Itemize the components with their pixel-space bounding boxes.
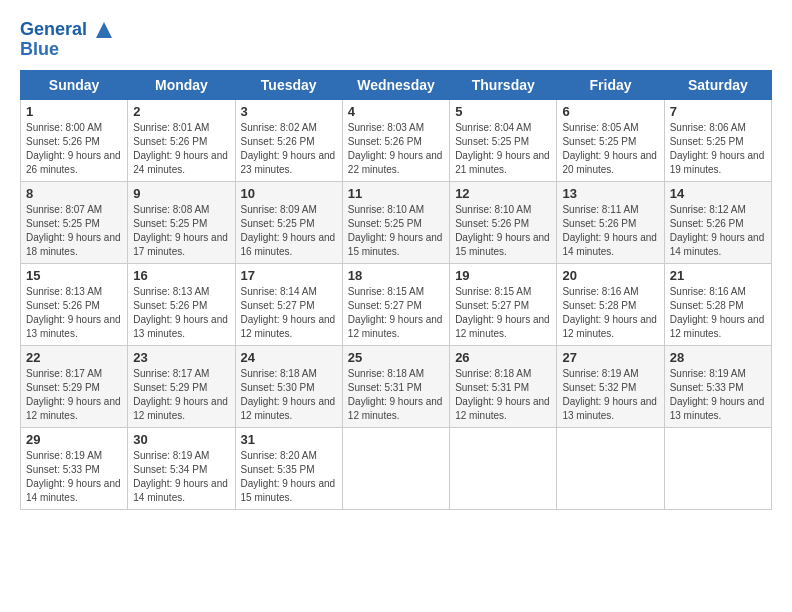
day-info: Sunrise: 8:07 AM Sunset: 5:25 PM Dayligh… [26, 203, 122, 259]
calendar-week-row: 29 Sunrise: 8:19 AM Sunset: 5:33 PM Dayl… [21, 428, 772, 510]
day-info: Sunrise: 8:01 AM Sunset: 5:26 PM Dayligh… [133, 121, 229, 177]
day-number: 6 [562, 104, 658, 119]
day-number: 31 [241, 432, 337, 447]
day-info: Sunrise: 8:17 AM Sunset: 5:29 PM Dayligh… [133, 367, 229, 423]
calendar-week-row: 15 Sunrise: 8:13 AM Sunset: 5:26 PM Dayl… [21, 264, 772, 346]
day-number: 13 [562, 186, 658, 201]
calendar-table: Sunday Monday Tuesday Wednesday Thursday… [20, 70, 772, 510]
day-info: Sunrise: 8:06 AM Sunset: 5:25 PM Dayligh… [670, 121, 766, 177]
calendar-cell: 2 Sunrise: 8:01 AM Sunset: 5:26 PM Dayli… [128, 100, 235, 182]
day-number: 26 [455, 350, 551, 365]
day-number: 24 [241, 350, 337, 365]
day-info: Sunrise: 8:08 AM Sunset: 5:25 PM Dayligh… [133, 203, 229, 259]
calendar-week-row: 8 Sunrise: 8:07 AM Sunset: 5:25 PM Dayli… [21, 182, 772, 264]
day-number: 17 [241, 268, 337, 283]
calendar-cell: 29 Sunrise: 8:19 AM Sunset: 5:33 PM Dayl… [21, 428, 128, 510]
calendar-cell: 25 Sunrise: 8:18 AM Sunset: 5:31 PM Dayl… [342, 346, 449, 428]
day-info: Sunrise: 8:11 AM Sunset: 5:26 PM Dayligh… [562, 203, 658, 259]
calendar-cell: 5 Sunrise: 8:04 AM Sunset: 5:25 PM Dayli… [450, 100, 557, 182]
day-number: 12 [455, 186, 551, 201]
calendar-cell: 18 Sunrise: 8:15 AM Sunset: 5:27 PM Dayl… [342, 264, 449, 346]
calendar-cell: 16 Sunrise: 8:13 AM Sunset: 5:26 PM Dayl… [128, 264, 235, 346]
calendar-cell: 22 Sunrise: 8:17 AM Sunset: 5:29 PM Dayl… [21, 346, 128, 428]
day-number: 14 [670, 186, 766, 201]
day-number: 28 [670, 350, 766, 365]
day-info: Sunrise: 8:18 AM Sunset: 5:30 PM Dayligh… [241, 367, 337, 423]
day-number: 27 [562, 350, 658, 365]
day-number: 7 [670, 104, 766, 119]
header-sunday: Sunday [21, 71, 128, 100]
day-info: Sunrise: 8:17 AM Sunset: 5:29 PM Dayligh… [26, 367, 122, 423]
calendar-cell: 7 Sunrise: 8:06 AM Sunset: 5:25 PM Dayli… [664, 100, 771, 182]
calendar-cell: 9 Sunrise: 8:08 AM Sunset: 5:25 PM Dayli… [128, 182, 235, 264]
day-number: 2 [133, 104, 229, 119]
day-info: Sunrise: 8:19 AM Sunset: 5:34 PM Dayligh… [133, 449, 229, 505]
day-info: Sunrise: 8:02 AM Sunset: 5:26 PM Dayligh… [241, 121, 337, 177]
day-info: Sunrise: 8:18 AM Sunset: 5:31 PM Dayligh… [455, 367, 551, 423]
day-info: Sunrise: 8:20 AM Sunset: 5:35 PM Dayligh… [241, 449, 337, 505]
logo: General Blue [20, 20, 114, 60]
calendar-cell [450, 428, 557, 510]
logo-text: General Blue [20, 20, 114, 60]
day-info: Sunrise: 8:15 AM Sunset: 5:27 PM Dayligh… [455, 285, 551, 341]
day-number: 1 [26, 104, 122, 119]
calendar-cell: 23 Sunrise: 8:17 AM Sunset: 5:29 PM Dayl… [128, 346, 235, 428]
calendar-cell [342, 428, 449, 510]
day-info: Sunrise: 8:19 AM Sunset: 5:33 PM Dayligh… [670, 367, 766, 423]
calendar-cell [557, 428, 664, 510]
calendar-cell: 15 Sunrise: 8:13 AM Sunset: 5:26 PM Dayl… [21, 264, 128, 346]
day-number: 20 [562, 268, 658, 283]
day-info: Sunrise: 8:13 AM Sunset: 5:26 PM Dayligh… [133, 285, 229, 341]
calendar-cell: 26 Sunrise: 8:18 AM Sunset: 5:31 PM Dayl… [450, 346, 557, 428]
calendar-cell: 31 Sunrise: 8:20 AM Sunset: 5:35 PM Dayl… [235, 428, 342, 510]
day-info: Sunrise: 8:13 AM Sunset: 5:26 PM Dayligh… [26, 285, 122, 341]
day-number: 11 [348, 186, 444, 201]
calendar-cell: 20 Sunrise: 8:16 AM Sunset: 5:28 PM Dayl… [557, 264, 664, 346]
weekday-header-row: Sunday Monday Tuesday Wednesday Thursday… [21, 71, 772, 100]
calendar-cell: 4 Sunrise: 8:03 AM Sunset: 5:26 PM Dayli… [342, 100, 449, 182]
day-number: 21 [670, 268, 766, 283]
day-info: Sunrise: 8:18 AM Sunset: 5:31 PM Dayligh… [348, 367, 444, 423]
day-info: Sunrise: 8:10 AM Sunset: 5:26 PM Dayligh… [455, 203, 551, 259]
day-info: Sunrise: 8:09 AM Sunset: 5:25 PM Dayligh… [241, 203, 337, 259]
page-header: General Blue [20, 20, 772, 60]
calendar-cell: 8 Sunrise: 8:07 AM Sunset: 5:25 PM Dayli… [21, 182, 128, 264]
calendar-cell: 3 Sunrise: 8:02 AM Sunset: 5:26 PM Dayli… [235, 100, 342, 182]
day-info: Sunrise: 8:03 AM Sunset: 5:26 PM Dayligh… [348, 121, 444, 177]
calendar-cell: 19 Sunrise: 8:15 AM Sunset: 5:27 PM Dayl… [450, 264, 557, 346]
day-number: 3 [241, 104, 337, 119]
day-number: 30 [133, 432, 229, 447]
day-number: 25 [348, 350, 444, 365]
day-number: 4 [348, 104, 444, 119]
svg-marker-0 [96, 22, 112, 38]
day-info: Sunrise: 8:16 AM Sunset: 5:28 PM Dayligh… [670, 285, 766, 341]
day-number: 10 [241, 186, 337, 201]
day-info: Sunrise: 8:19 AM Sunset: 5:32 PM Dayligh… [562, 367, 658, 423]
calendar-week-row: 22 Sunrise: 8:17 AM Sunset: 5:29 PM Dayl… [21, 346, 772, 428]
header-tuesday: Tuesday [235, 71, 342, 100]
day-number: 22 [26, 350, 122, 365]
calendar-cell: 1 Sunrise: 8:00 AM Sunset: 5:26 PM Dayli… [21, 100, 128, 182]
calendar-cell [664, 428, 771, 510]
calendar-cell: 28 Sunrise: 8:19 AM Sunset: 5:33 PM Dayl… [664, 346, 771, 428]
calendar-cell: 17 Sunrise: 8:14 AM Sunset: 5:27 PM Dayl… [235, 264, 342, 346]
day-number: 23 [133, 350, 229, 365]
day-number: 5 [455, 104, 551, 119]
header-saturday: Saturday [664, 71, 771, 100]
day-info: Sunrise: 8:19 AM Sunset: 5:33 PM Dayligh… [26, 449, 122, 505]
calendar-cell: 27 Sunrise: 8:19 AM Sunset: 5:32 PM Dayl… [557, 346, 664, 428]
calendar-cell: 6 Sunrise: 8:05 AM Sunset: 5:25 PM Dayli… [557, 100, 664, 182]
calendar-cell: 14 Sunrise: 8:12 AM Sunset: 5:26 PM Dayl… [664, 182, 771, 264]
day-number: 16 [133, 268, 229, 283]
header-friday: Friday [557, 71, 664, 100]
calendar-week-row: 1 Sunrise: 8:00 AM Sunset: 5:26 PM Dayli… [21, 100, 772, 182]
header-monday: Monday [128, 71, 235, 100]
day-info: Sunrise: 8:15 AM Sunset: 5:27 PM Dayligh… [348, 285, 444, 341]
calendar-cell: 24 Sunrise: 8:18 AM Sunset: 5:30 PM Dayl… [235, 346, 342, 428]
calendar-cell: 10 Sunrise: 8:09 AM Sunset: 5:25 PM Dayl… [235, 182, 342, 264]
calendar-cell: 21 Sunrise: 8:16 AM Sunset: 5:28 PM Dayl… [664, 264, 771, 346]
day-info: Sunrise: 8:12 AM Sunset: 5:26 PM Dayligh… [670, 203, 766, 259]
day-info: Sunrise: 8:04 AM Sunset: 5:25 PM Dayligh… [455, 121, 551, 177]
day-info: Sunrise: 8:05 AM Sunset: 5:25 PM Dayligh… [562, 121, 658, 177]
calendar-cell: 11 Sunrise: 8:10 AM Sunset: 5:25 PM Dayl… [342, 182, 449, 264]
